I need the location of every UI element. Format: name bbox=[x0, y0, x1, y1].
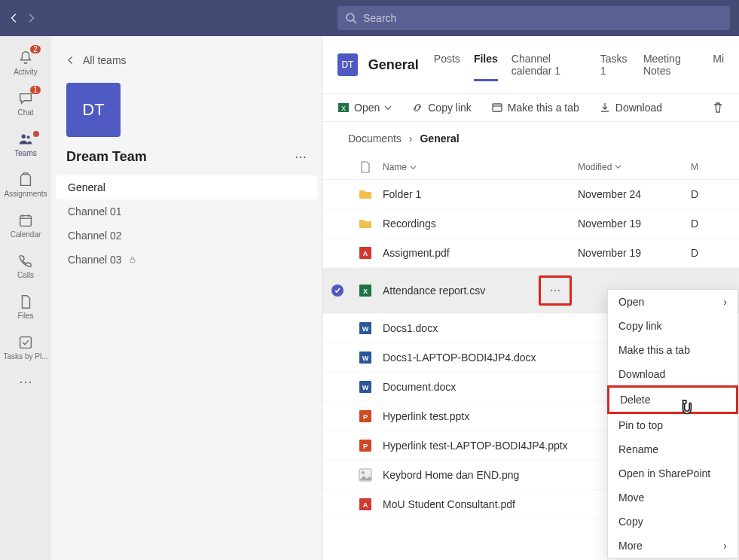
column-modified-by[interactable]: M bbox=[691, 162, 713, 172]
column-name[interactable]: Name bbox=[383, 162, 578, 172]
file-modified-by: D bbox=[691, 218, 713, 230]
ctx-make-this-a-tab[interactable]: Make this a tab bbox=[608, 338, 737, 362]
rail-chat[interactable]: 1 Chat bbox=[0, 83, 51, 123]
svg-rect-9 bbox=[130, 259, 135, 263]
channel-item[interactable]: Channel 01 bbox=[51, 199, 322, 224]
link-icon bbox=[411, 102, 423, 114]
rail-assignments[interactable]: Assignments bbox=[0, 164, 51, 205]
channel-title: General bbox=[368, 57, 419, 73]
ctx-more[interactable]: More› bbox=[608, 534, 737, 558]
svg-line-1 bbox=[353, 20, 356, 23]
file-type-icon: W bbox=[348, 380, 383, 394]
maketab-button[interactable]: Make this a tab bbox=[491, 102, 579, 114]
svg-point-2 bbox=[22, 134, 26, 138]
copylink-button[interactable]: Copy link bbox=[411, 102, 472, 114]
download-button[interactable]: Download bbox=[599, 102, 662, 114]
rail-chat-badge: 1 bbox=[30, 86, 41, 94]
download-icon bbox=[599, 102, 611, 114]
channel-item[interactable]: General bbox=[56, 175, 317, 199]
svg-text:A: A bbox=[363, 250, 368, 257]
breadcrumb-root[interactable]: Documents bbox=[348, 132, 402, 145]
svg-point-0 bbox=[347, 14, 354, 21]
delete-button[interactable] bbox=[712, 102, 724, 114]
rail-calls[interactable]: Calls bbox=[0, 245, 51, 286]
rail-activity[interactable]: 2 Activity bbox=[0, 42, 51, 83]
rail-teams[interactable]: Teams bbox=[0, 123, 51, 164]
file-name: Recordings bbox=[383, 218, 436, 230]
chevron-left-icon bbox=[66, 56, 75, 65]
svg-text:X: X bbox=[363, 288, 368, 295]
file-row[interactable]: RecordingsNovember 19D bbox=[322, 209, 739, 239]
search-icon bbox=[345, 12, 357, 24]
file-name: Document.docx bbox=[383, 381, 456, 393]
file-name: Folder 1 bbox=[383, 188, 421, 200]
ctx-open-in-sharepoint[interactable]: Open in SharePoint bbox=[608, 461, 737, 485]
rail-activity-badge: 2 bbox=[30, 45, 41, 53]
search-box[interactable] bbox=[337, 6, 730, 30]
file-header-icon bbox=[360, 161, 371, 173]
all-teams-link[interactable]: All teams bbox=[51, 48, 322, 72]
assignments-icon bbox=[17, 172, 34, 188]
teams-icon bbox=[17, 131, 34, 148]
tab-mi[interactable]: Mi bbox=[713, 48, 724, 81]
tab-channel-calendar-1[interactable]: Channel calendar 1 bbox=[511, 48, 587, 81]
file-name: Hyperlink test-LAPTOP-BODI4JP4.pptx bbox=[383, 440, 568, 452]
svg-rect-12 bbox=[493, 104, 502, 111]
file-type-icon: P bbox=[348, 439, 383, 452]
check-icon bbox=[331, 285, 344, 297]
nav-back[interactable] bbox=[9, 13, 20, 23]
team-tile[interactable]: DT bbox=[66, 83, 121, 137]
tab-files[interactable]: Files bbox=[474, 48, 498, 81]
svg-text:W: W bbox=[362, 355, 369, 362]
rail-tasks[interactable]: Tasks by Pl... bbox=[0, 327, 51, 367]
tab-tasks-1[interactable]: Tasks 1 bbox=[600, 48, 630, 81]
chevron-right-icon: › bbox=[723, 296, 727, 308]
ctx-download[interactable]: Download bbox=[608, 362, 737, 386]
ctx-copy[interactable]: Copy bbox=[608, 510, 737, 534]
svg-point-29 bbox=[362, 471, 365, 474]
file-name: Docs1.docx bbox=[383, 322, 438, 334]
tab-icon bbox=[491, 102, 503, 114]
file-type-icon bbox=[348, 217, 383, 230]
file-name: Assigment.pdf bbox=[383, 247, 450, 259]
rail-more[interactable]: ⋯ bbox=[19, 373, 32, 390]
ctx-move[interactable]: Move bbox=[608, 485, 737, 510]
breadcrumb-current: General bbox=[420, 132, 459, 145]
file-type-icon: A bbox=[348, 498, 383, 511]
rail-calendar[interactable]: Calendar bbox=[0, 205, 51, 245]
open-button[interactable]: X Open bbox=[337, 102, 392, 114]
column-modified[interactable]: Modified bbox=[578, 162, 691, 172]
ctx-open[interactable]: Open› bbox=[608, 290, 737, 314]
team-name: Dream Team bbox=[66, 149, 147, 165]
file-modified-by: D bbox=[691, 188, 713, 200]
ctx-copy-link[interactable]: Copy link bbox=[608, 314, 737, 338]
file-name: MoU Student Consultant.pdf bbox=[383, 498, 515, 510]
svg-text:P: P bbox=[363, 443, 368, 450]
file-row[interactable]: AAssigment.pdfNovember 19D bbox=[322, 239, 739, 268]
chevron-right-icon: › bbox=[723, 540, 727, 552]
ctx-rename[interactable]: Rename bbox=[608, 437, 737, 461]
file-type-icon: X bbox=[348, 284, 383, 297]
channel-item[interactable]: Channel 02 bbox=[51, 224, 322, 248]
row-more-button[interactable]: ⋯ bbox=[539, 275, 572, 306]
nav-forward[interactable] bbox=[26, 13, 36, 23]
channel-tile: DT bbox=[337, 53, 358, 76]
lock-icon bbox=[128, 255, 137, 264]
rail-files[interactable]: Files bbox=[0, 286, 51, 327]
tab-posts[interactable]: Posts bbox=[434, 48, 460, 81]
file-toolbar: X Open Copy link Make this a tab Downloa… bbox=[322, 94, 739, 122]
ctx-delete[interactable]: Delete bbox=[607, 385, 738, 414]
titlebar bbox=[0, 0, 739, 36]
file-row[interactable]: Folder 1November 24D bbox=[322, 180, 739, 209]
calendar-icon bbox=[17, 212, 34, 229]
file-type-icon: W bbox=[348, 351, 383, 364]
team-more-icon[interactable]: ⋯ bbox=[295, 150, 307, 164]
tab-meeting-notes[interactable]: Meeting Notes bbox=[643, 48, 699, 81]
file-type-icon: A bbox=[348, 246, 383, 260]
ctx-pin-to-top[interactable]: Pin to top bbox=[608, 413, 737, 437]
chevron-down-icon bbox=[410, 164, 417, 171]
search-input[interactable] bbox=[363, 12, 722, 24]
svg-text:P: P bbox=[363, 413, 368, 421]
channel-item[interactable]: Channel 03 bbox=[51, 248, 322, 272]
app-rail: 2 Activity 1 Chat Teams Assignments Cale… bbox=[0, 36, 51, 560]
